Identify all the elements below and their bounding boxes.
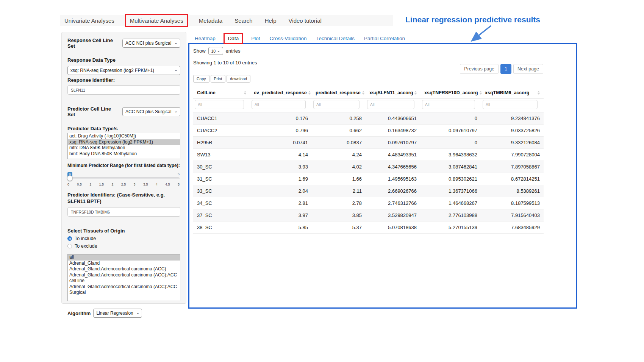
previous-page-button[interactable]: Previous page <box>460 64 499 74</box>
column-header-xsqslfn11-accorg[interactable]: xsqSLFN11_accorg <box>366 87 420 99</box>
cell-value: 2.746312766 <box>366 197 420 209</box>
filter-cell <box>250 99 312 112</box>
nav-item-multivariate-analyses[interactable]: Multivariate Analyses <box>130 17 183 24</box>
min-predictor-range-label: Minimum Predictor Range (for first liste… <box>67 163 180 168</box>
tab-plot[interactable]: Plot <box>251 36 260 41</box>
slider-track[interactable] <box>67 177 180 179</box>
response-identifier-input[interactable] <box>67 85 180 95</box>
cell-value: 5.070818638 <box>366 222 420 234</box>
column-label: cv_predicted_response <box>254 90 307 95</box>
slider-tick-labels: 00.511.522.533.544.55 <box>67 183 180 186</box>
tab-technical-details[interactable]: Technical Details <box>316 36 355 41</box>
print-button[interactable]: Print <box>211 75 226 83</box>
slider-handle[interactable] <box>67 175 73 181</box>
sort-asc-icon <box>538 91 540 92</box>
tissue-option[interactable]: all <box>68 254 180 261</box>
table-filter-row <box>193 99 544 112</box>
filter-input-xsqslfn11-accorg[interactable] <box>367 100 414 109</box>
filter-cell <box>366 99 420 112</box>
cell-line-value: CUACC1 <box>193 112 250 125</box>
cell-value: 0.895302621 <box>420 173 481 185</box>
tissue-option[interactable]: Adrenal_Gland:Adrenocortical carcinoma (… <box>68 266 180 272</box>
nav-item-video-tutorial[interactable]: Video tutorial <box>289 17 322 24</box>
slider-tick-label: 3 <box>134 183 136 186</box>
sort-asc-icon <box>414 91 417 92</box>
column-header-cellline[interactable]: CellLine <box>193 87 250 99</box>
nav-item-metadata[interactable]: Metadata <box>199 17 223 24</box>
predictor-cell-line-set-select[interactable]: ACC NCI plus Surgical <box>122 107 180 116</box>
predictor-data-type-option[interactable]: mth: DNA 850K Methylation <box>68 145 180 151</box>
tissue-option[interactable]: Adrenal_Gland <box>68 261 180 267</box>
filter-input-cv-predicted-response[interactable] <box>252 100 306 109</box>
filter-input-xsqtnfrsf10d-accorg[interactable] <box>422 100 475 109</box>
algorithm-select[interactable]: Linear Regression <box>93 309 142 318</box>
sort-desc-icon <box>308 93 311 95</box>
nav-item-univariate-analyses[interactable]: Univariate Analyses <box>64 17 114 24</box>
cell-value: 0 <box>420 112 481 125</box>
cell-value: 0.176 <box>250 112 312 125</box>
cell-line-value: SW13 <box>193 149 250 161</box>
column-label: xsqTNFRSF10D_accorg <box>424 90 478 95</box>
tissue-option[interactable]: Adrenal_Gland:Adrenocortical carcinoma (… <box>68 284 180 296</box>
sort-icon <box>244 91 246 95</box>
filter-cell <box>193 99 250 112</box>
download-button[interactable]: download <box>227 75 250 83</box>
cell-value: 3.97 <box>250 209 312 222</box>
result-tabs: HeatmapDataPlotCross-ValidationTechnical… <box>195 33 405 43</box>
nav-item-help[interactable]: Help <box>265 17 277 24</box>
cell-value: 2.81 <box>250 197 312 209</box>
sort-desc-icon <box>362 93 364 95</box>
filter-cell <box>312 99 366 112</box>
tab-heatmap[interactable]: Heatmap <box>195 36 216 41</box>
cell-value: 4.483493351 <box>366 149 420 161</box>
column-header-cv-predicted-response[interactable]: cv_predicted_response <box>250 87 312 99</box>
cell-value: 2.669026766 <box>366 185 420 197</box>
min-predictor-range-slider[interactable]: 0 5 00.511.522.533.544.55 <box>67 177 180 186</box>
column-header-xsqtnfrsf10d-accorg[interactable]: xsqTNFRSF10D_accorg <box>420 87 481 99</box>
predictor-data-type-option[interactable]: act: Drug Activity (-log10[IC50M]) <box>68 133 180 139</box>
slider-max-label: 5 <box>178 172 180 176</box>
cell-line-value: 30_SC <box>193 161 250 173</box>
cell-line-value: 37_SC <box>193 209 250 222</box>
column-header-predicted-response[interactable]: predicted_response <box>312 87 366 99</box>
cell-value: 3.087462841 <box>420 161 481 173</box>
tissue-exclude-radio[interactable]: To exclude <box>67 243 180 249</box>
response-cell-line-set-select[interactable]: ACC NCI plus Surgical <box>122 39 180 48</box>
tissue-origin-listbox[interactable]: allAdrenal_GlandAdrenal_Gland:Adrenocort… <box>67 254 180 301</box>
current-page-button[interactable]: 1 <box>500 64 511 74</box>
tab-partial-correlation[interactable]: Partial Correlation <box>364 36 405 41</box>
tab-data[interactable]: Data <box>228 36 239 41</box>
slider-tick-label: 4 <box>156 183 158 186</box>
filter-input-cellline[interactable] <box>195 100 244 109</box>
tab-cross-validation[interactable]: Cross-Validation <box>270 36 307 41</box>
cell-value: 8.5389261 <box>481 185 544 197</box>
cell-value: 2.04 <box>250 185 312 197</box>
filter-input-predicted-response[interactable] <box>313 100 360 109</box>
predictor-identifiers-label: Predictor Identifiers: (Case-Sensitive, … <box>67 192 180 204</box>
cell-value: 7.915640403 <box>481 209 544 222</box>
copy-button[interactable]: Copy <box>193 75 209 83</box>
table-header-row: CellLinecv_predicted_responsepredicted_r… <box>193 87 544 99</box>
show-entries-select[interactable]: 10 <box>208 47 223 55</box>
cell-line-value: 31_SC <box>193 173 250 185</box>
predictor-data-types-listbox[interactable]: act: Drug Activity (-log10[IC50M])xsq: R… <box>67 133 180 159</box>
response-data-type-label: Response Data Type <box>67 57 180 63</box>
response-data-type-select[interactable]: xsq: RNA-seq Expression (log2 FPKM+1) <box>67 66 180 75</box>
filter-cell <box>481 99 544 112</box>
filter-input-xsqtmbim6-accorg[interactable] <box>483 100 538 109</box>
column-header-content: cv_predicted_response <box>254 90 308 95</box>
predictor-data-type-option[interactable]: bmt: Body DNA 850K Methylation <box>68 151 180 157</box>
export-toolbar: CopyPrintdownload <box>193 75 572 83</box>
predictor-data-type-option[interactable]: xsq: RNA-seq Expression (log2 FPKM+1) <box>68 139 180 145</box>
next-page-button[interactable]: Next page <box>513 64 543 74</box>
nav-item-search[interactable]: Search <box>234 17 253 24</box>
table-row: 37_SC3.973.853.5298209472.7761039887.915… <box>193 209 544 222</box>
tissue-option[interactable]: Adrenal_Gland:Adrenocortical carcinoma (… <box>68 272 180 284</box>
table-row: 33_SC2.042.112.6690267661.3673710668.538… <box>193 185 544 197</box>
cell-value: 0.796 <box>250 125 312 137</box>
column-header-xsqtmbim6-accorg[interactable]: xsqTMBIM6_accorg <box>481 87 544 99</box>
cell-line-value: 33_SC <box>193 185 250 197</box>
cell-value: 5.37 <box>312 222 366 234</box>
predictor-identifiers-input[interactable] <box>67 207 180 217</box>
tissue-include-radio[interactable]: To include <box>67 236 180 241</box>
